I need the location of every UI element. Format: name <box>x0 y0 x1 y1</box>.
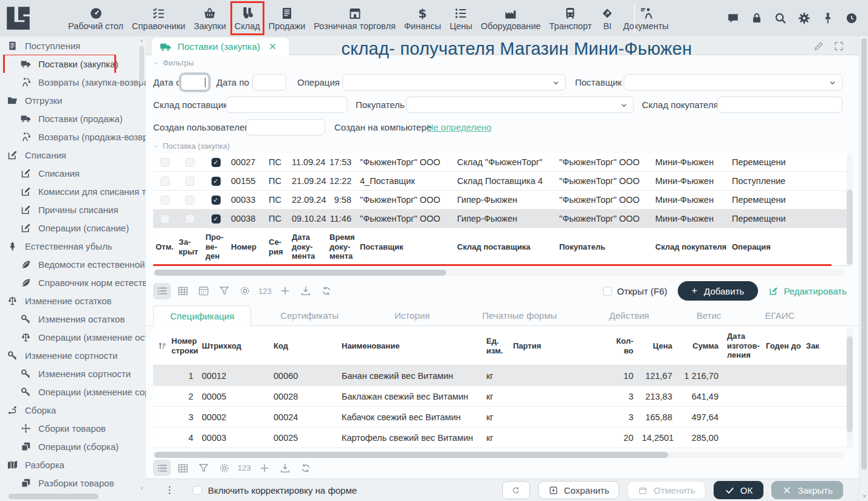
posted-checkbox[interactable] <box>212 158 221 167</box>
supplier-select[interactable] <box>624 74 842 90</box>
nav-item-sklad[interactable]: Склад <box>230 1 264 35</box>
date-from-input[interactable] <box>181 74 209 90</box>
sidebar-scroll-down-icon[interactable]: ▼ <box>139 486 144 491</box>
history-button[interactable] <box>845 12 858 25</box>
sidebar-item-operacii-spisanie[interactable]: Операции (списание) <box>0 219 146 237</box>
sidebar-item-operacii-izmenenie-ostatkov[interactable]: Операции (изменение оста <box>0 328 146 346</box>
nav-item-prodazhi[interactable]: Продажи <box>264 1 310 35</box>
sidebar-item-komissii-dlya-spisaniya[interactable]: Комиссии для списания то <box>0 182 146 200</box>
download-button[interactable] <box>277 460 294 476</box>
sidebar-item-izmenenie-sortnosti[interactable]: Изменение сортности <box>0 346 146 364</box>
refresh-button[interactable] <box>502 481 530 499</box>
sidebar-item-operacii-sborka[interactable]: Операции (сборка) <box>0 437 146 455</box>
posted-checkbox[interactable] <box>212 196 221 205</box>
doc-table-hscrollbar[interactable] <box>153 270 844 276</box>
add-button[interactable]: + Добавить <box>678 281 759 301</box>
sidebar-vertical-scrollbar[interactable] <box>139 46 144 83</box>
numbers-format-button[interactable]: 123 <box>236 463 253 472</box>
detail-tab-5[interactable]: Действия <box>603 305 655 326</box>
nav-item-bi[interactable]: BI <box>596 1 619 35</box>
operation-select[interactable] <box>342 74 566 90</box>
nav-item-rabochiy-stol[interactable]: Рабочий стол <box>64 1 128 35</box>
sort-icon[interactable] <box>157 341 168 351</box>
sidebar-scroll-up-icon[interactable]: ▲ <box>139 38 144 43</box>
numbers-format-button[interactable]: 123 <box>257 287 274 296</box>
download-button[interactable] <box>297 283 315 299</box>
nav-item-finansy[interactable]: Финансы <box>400 1 446 35</box>
expand-icon[interactable] <box>833 41 844 52</box>
created-on-computer-link[interactable]: Не определено <box>427 119 491 135</box>
buyer-warehouse-input[interactable] <box>717 97 842 113</box>
table-row[interactable]: 00155ПС21.09.2412:224_ПоставщикСклад Пос… <box>153 172 847 191</box>
buyer-select[interactable] <box>406 97 634 113</box>
sidebar-item-razborki-tovarov[interactable]: Разборки товаров <box>0 474 146 492</box>
nav-item-ceny[interactable]: Цены <box>446 1 477 35</box>
table-row[interactable]: 40000300025Картофель свежий вес Витаминк… <box>153 428 847 448</box>
detail-tab-4[interactable]: Печатные формы <box>476 305 563 326</box>
sidebar-item-sborka[interactable]: Сборка <box>0 401 146 419</box>
nav-item-roznichnaya-torgovlya[interactable]: Розничная торговля <box>309 1 400 35</box>
sidebar-horizontal-scrollbar[interactable] <box>9 494 98 499</box>
posted-checkbox[interactable] <box>212 214 221 223</box>
open-f6-checkbox[interactable]: Открыт (F6) <box>603 286 667 296</box>
close-button[interactable]: Закрыть <box>771 481 843 499</box>
search-button[interactable] <box>774 12 787 25</box>
grid-view-button[interactable] <box>174 460 191 476</box>
supplier-warehouse-input[interactable] <box>226 97 348 113</box>
sidebar-item-postavki-prodazha[interactable]: Поставки (продажа) <box>0 109 146 128</box>
gear-outline-button[interactable] <box>215 460 233 476</box>
funnel-button[interactable] <box>215 283 233 299</box>
list-view-button[interactable] <box>153 460 171 476</box>
calendar-view-button[interactable] <box>195 283 212 299</box>
lock-button[interactable] <box>750 12 763 25</box>
created-by-input[interactable] <box>246 119 325 135</box>
sidebar-item-vozvraty-prodazha[interactable]: Возвраты (продажа-возвра <box>0 128 146 146</box>
list-view-button[interactable] <box>153 283 171 299</box>
sidebar-item-izmenenie-ostatkov[interactable]: Изменение остатков <box>0 291 146 310</box>
sidebar-item-vedomosti-estestvennoy[interactable]: Ведомости естественной у <box>0 255 146 273</box>
closed-checkbox[interactable] <box>185 196 195 205</box>
marked-checkbox[interactable] <box>160 158 170 167</box>
doc-section-toggle[interactable]: Поставка (закупка) <box>153 142 230 151</box>
pin-button[interactable] <box>821 12 835 25</box>
sidebar-item-izmeneniya-sortnosti[interactable]: Изменения сортности <box>0 364 146 383</box>
spec-table-vscrollbar[interactable] <box>847 328 853 448</box>
gear-outline-button[interactable] <box>236 283 253 299</box>
closed-checkbox[interactable] <box>185 158 195 167</box>
kebab-menu-icon[interactable] <box>164 485 175 496</box>
sidebar-item-prichiny-spisaniya[interactable]: Причины списания <box>0 200 146 219</box>
posted-checkbox[interactable] <box>212 177 221 186</box>
table-row[interactable]: 10001200060Банан свежий вес Витаминкг101… <box>153 366 847 386</box>
nav-item-spravochniki[interactable]: Справочники <box>128 1 190 35</box>
grid-view-button[interactable] <box>174 283 191 299</box>
detail-tab-6[interactable]: Ветис <box>691 305 728 326</box>
sidebar-item-spisaniya[interactable]: Списания <box>0 164 146 182</box>
sidebar-item-razborka[interactable]: Разборка <box>0 455 146 474</box>
closed-checkbox[interactable] <box>185 214 195 223</box>
detail-tab-2[interactable]: Сертификаты <box>274 305 345 326</box>
filters-section-toggle[interactable]: Фильтры <box>153 59 194 67</box>
gear-button[interactable] <box>797 12 811 25</box>
detail-tab-1[interactable]: Спецификация <box>153 305 251 326</box>
cancel-button[interactable]: Отменить <box>627 481 706 499</box>
sidebar-item-postupleniya[interactable]: Поступления <box>0 36 146 55</box>
marked-checkbox[interactable] <box>160 177 170 186</box>
sidebar-item-izmeneniya-ostatkov[interactable]: Изменения остатков <box>0 310 146 328</box>
table-row[interactable]: 30000200024Кабачок свежий вес Витаминкг3… <box>153 407 847 428</box>
plus-button[interactable] <box>277 283 294 299</box>
sidebar-item-sborki-tovarov[interactable]: Сборки товаров <box>0 419 146 437</box>
tab-postavki-zakupka[interactable]: Поставки (закупка) <box>152 38 289 56</box>
sidebar-item-vozvraty-zakupka[interactable]: Возвраты (закупка-возврат <box>0 73 146 91</box>
ok-button[interactable]: ОК <box>714 481 763 499</box>
table-row[interactable]: 00033ПС22.09.249:58"ФьюженТорг" ОООГипер… <box>153 191 847 210</box>
funnel-button[interactable] <box>195 460 212 476</box>
sidebar-item-postavki-zakupka[interactable]: Поставки (закупка) <box>0 55 146 73</box>
closed-checkbox[interactable] <box>185 177 195 186</box>
loop-button[interactable] <box>318 283 336 299</box>
table-row[interactable]: 00027ПС11.09.2417:53"ФьюженТорг" ОООСкла… <box>153 153 847 172</box>
nav-item-transport[interactable]: Транспорт <box>545 1 596 35</box>
enable-adjustment-checkbox[interactable]: Включить корректировку на форме <box>193 485 357 496</box>
spec-table-hscrollbar[interactable] <box>153 452 844 458</box>
doc-table-vscrollbar[interactable] <box>847 154 853 267</box>
table-row[interactable]: 00038ПС09.10.2411:46"ФьюженТорг" ОООГипе… <box>153 210 847 228</box>
